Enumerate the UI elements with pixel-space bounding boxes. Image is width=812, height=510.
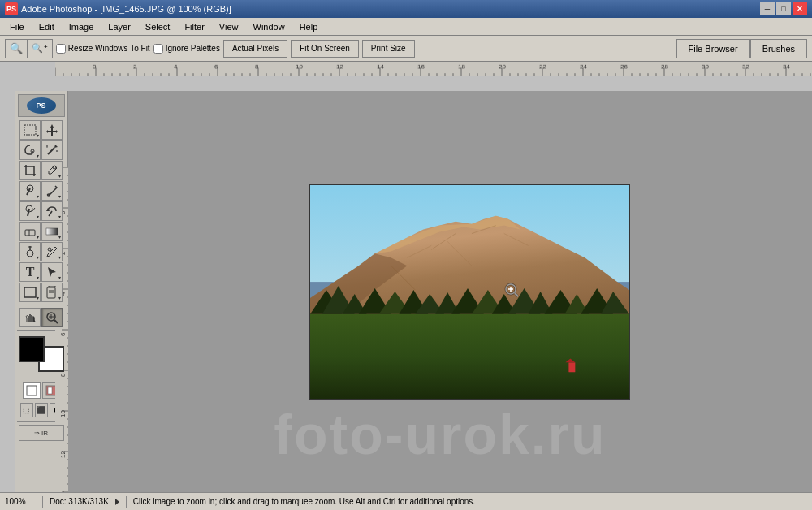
foreground-color-swatch[interactable] bbox=[19, 336, 45, 362]
tab-brushes[interactable]: Brushes bbox=[750, 39, 807, 58]
svg-rect-34 bbox=[48, 387, 52, 394]
status-divider-2 bbox=[126, 496, 127, 508]
resize-windows-checkbox[interactable] bbox=[56, 44, 66, 54]
svg-rect-32 bbox=[27, 386, 37, 395]
notes-btn[interactable]: ▾ bbox=[41, 283, 63, 302]
fit-on-screen-button[interactable]: Fit On Screen bbox=[291, 40, 359, 58]
canvas-area[interactable]: foto-urok.ru bbox=[68, 91, 812, 507]
workspace: PS ▾ ▾ ▾ bbox=[0, 76, 812, 507]
status-divider-1 bbox=[42, 496, 43, 508]
jump-buttons: ⇒ IR bbox=[19, 425, 64, 441]
svg-marker-23 bbox=[48, 267, 56, 277]
svg-rect-39 bbox=[310, 314, 629, 399]
ruler-top bbox=[55, 62, 812, 76]
svg-line-13 bbox=[28, 209, 29, 216]
menu-view[interactable]: View bbox=[213, 19, 245, 34]
crop-tool-btn[interactable] bbox=[19, 161, 41, 180]
svg-marker-4 bbox=[54, 145, 58, 148]
zoom-cursor-icon bbox=[504, 283, 519, 297]
magic-wand-btn[interactable] bbox=[41, 140, 63, 160]
type-btn[interactable]: T ▾ bbox=[19, 262, 41, 282]
svg-line-29 bbox=[54, 320, 58, 323]
svg-point-22 bbox=[48, 248, 51, 251]
move-tool-btn[interactable] bbox=[41, 120, 63, 140]
shape-btn[interactable]: ▾ bbox=[19, 283, 41, 302]
tool-row-9: ▾ ▾ bbox=[19, 283, 63, 302]
tool-row-3: ▾ bbox=[19, 161, 63, 180]
svg-point-19 bbox=[27, 250, 33, 257]
menu-help[interactable]: Help bbox=[293, 19, 325, 34]
svg-line-70 bbox=[515, 293, 518, 296]
marquee-tool-btn[interactable]: ▾ bbox=[19, 120, 41, 140]
standard-mode-btn[interactable] bbox=[23, 382, 41, 399]
mode-buttons bbox=[23, 382, 60, 399]
screen-mode-full-menu[interactable]: ⬛ bbox=[35, 403, 48, 417]
svg-rect-24 bbox=[24, 287, 36, 297]
window-title: Adobe Photoshop - [IMG_1465.JPG @ 100% (… bbox=[21, 4, 231, 14]
color-swatches bbox=[19, 336, 64, 372]
lasso-tool-btn[interactable]: ▾ bbox=[19, 140, 41, 160]
window-controls: ─ □ ✕ bbox=[760, 2, 807, 15]
tool-row-7: ▾ ▾ bbox=[19, 242, 63, 261]
svg-rect-16 bbox=[25, 230, 35, 236]
screen-mode-normal[interactable]: ⬚ bbox=[20, 403, 33, 417]
menu-layer[interactable]: Layer bbox=[102, 19, 137, 34]
zoom-level: 100% bbox=[5, 497, 36, 506]
minimize-button[interactable]: ─ bbox=[760, 2, 775, 15]
resize-windows-checkbox-label[interactable]: Resize Windows To Fit bbox=[56, 44, 150, 54]
menu-window[interactable]: Window bbox=[247, 19, 292, 34]
menu-select[interactable]: Select bbox=[139, 19, 177, 34]
dodge-btn[interactable]: ▾ bbox=[19, 242, 41, 261]
panel-tabs: File Browser Brushes bbox=[676, 39, 807, 58]
print-size-button[interactable]: Print Size bbox=[362, 40, 415, 58]
tool-row-1: ▾ bbox=[19, 120, 63, 140]
ps-logo-circle: PS bbox=[27, 97, 56, 114]
svg-marker-1 bbox=[46, 124, 58, 136]
doc-size: Doc: 313K/313K bbox=[50, 497, 109, 506]
tool-row-6: ▾ ▾ bbox=[19, 222, 63, 241]
ignore-palettes-checkbox[interactable] bbox=[153, 44, 163, 54]
mountain-svg bbox=[310, 185, 629, 399]
status-arrow[interactable] bbox=[115, 499, 119, 505]
app-icon: PS bbox=[5, 2, 18, 15]
maximize-button[interactable]: □ bbox=[776, 2, 791, 15]
heal-tool-btn[interactable]: ▾ bbox=[19, 181, 41, 201]
watermark: foto-urok.ru bbox=[274, 403, 606, 466]
menu-filter[interactable]: Filter bbox=[178, 19, 210, 34]
zoom-out-btn[interactable]: 🔍 bbox=[6, 40, 28, 58]
menu-edit[interactable]: Edit bbox=[32, 19, 61, 34]
tool-row-10 bbox=[19, 308, 63, 327]
status-bar: 100% Doc: 313K/313K Click image to zoom … bbox=[0, 492, 812, 510]
jump-to-imageready-btn[interactable]: ⇒ IR bbox=[19, 425, 64, 441]
zoom-in-btn[interactable]: 🔍+ bbox=[28, 40, 52, 58]
eraser-btn[interactable]: ▾ bbox=[19, 222, 41, 241]
menu-file[interactable]: File bbox=[3, 19, 31, 34]
zoom-tool-btn[interactable] bbox=[41, 308, 63, 327]
status-hint: Click image to zoom in; click and drag t… bbox=[133, 497, 807, 506]
close-button[interactable]: ✕ bbox=[793, 2, 807, 15]
brush-tool-btn[interactable]: ▾ bbox=[41, 181, 63, 201]
photo-canvas bbox=[309, 184, 630, 400]
ps-logo: PS bbox=[18, 94, 65, 117]
ruler-top-canvas bbox=[55, 62, 812, 76]
gradient-btn[interactable]: ▾ bbox=[41, 222, 63, 241]
menu-image[interactable]: Image bbox=[63, 19, 101, 34]
title-bar: PS Adobe Photoshop - [IMG_1465.JPG @ 100… bbox=[0, 0, 812, 18]
ignore-palettes-checkbox-label[interactable]: Ignore Palettes bbox=[153, 44, 220, 54]
actual-pixels-button[interactable]: Actual Pixels bbox=[223, 40, 287, 58]
pen-btn[interactable]: ▾ bbox=[41, 242, 63, 261]
options-bar: 🔍 🔍+ Resize Windows To Fit Ignore Palett… bbox=[0, 36, 812, 62]
tool-row-5: ▾ ▾ bbox=[19, 201, 63, 221]
history-brush-btn[interactable]: ▾ bbox=[41, 201, 63, 221]
tool-row-4: ▾ ▾ bbox=[19, 181, 63, 201]
hand-tool-btn[interactable] bbox=[19, 308, 41, 327]
tool-row-2: ▾ bbox=[19, 140, 63, 160]
eyedropper-tool-btn[interactable]: ▾ bbox=[41, 161, 63, 180]
tab-file-browser[interactable]: File Browser bbox=[676, 39, 750, 58]
svg-rect-0 bbox=[24, 125, 36, 135]
svg-line-15 bbox=[49, 211, 52, 216]
stamp-tool-btn[interactable]: ▾ bbox=[19, 201, 41, 221]
path-select-btn[interactable]: ▾ bbox=[41, 262, 63, 282]
svg-line-3 bbox=[48, 148, 54, 154]
svg-rect-18 bbox=[46, 228, 58, 235]
